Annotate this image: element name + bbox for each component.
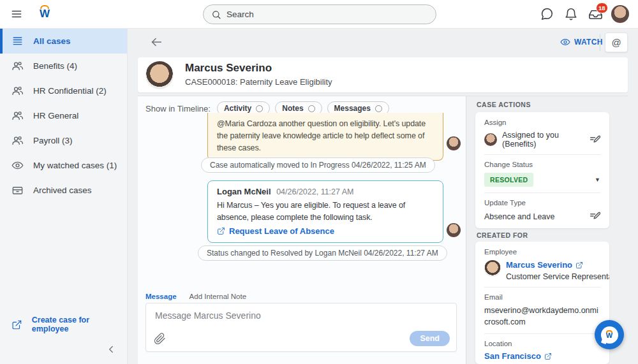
update-type-label: Update Type (484, 199, 600, 207)
profile-avatar[interactable] (611, 5, 629, 23)
message-body: Hi Marcus – Yes you are eligible. To req… (217, 200, 434, 224)
topbar: W 18 (0, 0, 638, 29)
filter-activity-label: Activity (224, 104, 251, 113)
case-id-subtitle: CASE000018: Paternity Leave Eligibility (185, 77, 332, 87)
panel-divider (466, 96, 466, 364)
list-icon (11, 35, 24, 47)
sidebar: All cases Benefits (4) HR Confidential (… (0, 29, 128, 364)
sidebar-item-label: Archived cases (33, 186, 92, 195)
employee-name: Marcus Severino (506, 260, 572, 270)
radio-icon (375, 105, 382, 112)
email-value: mseverino@workdaydemo.onmicrosoft.com (484, 305, 600, 328)
collapse-sidebar-icon[interactable] (105, 344, 117, 355)
location-label: Location (484, 340, 600, 347)
sidebar-item-label: All cases (33, 36, 71, 46)
filter-label: Show in Timeline: (145, 104, 211, 113)
tab-add-internal-note[interactable]: Add Internal Note (189, 290, 247, 302)
attachment-icon[interactable] (154, 333, 166, 345)
sidebar-item-label: HR General (33, 111, 78, 120)
group-icon (11, 110, 24, 122)
case-header-card: Marcus Severino CASE000018: Paternity Le… (138, 57, 628, 92)
message-author: Logan McNeil (217, 187, 271, 196)
assistant-bubble-icon: W (601, 326, 618, 344)
edit-icon[interactable] (590, 135, 600, 145)
case-person-name: Marcus Severino (185, 62, 272, 75)
sidebar-item-label: My watched cases (1) (33, 161, 117, 170)
workday-help-app: W 18 All cases Benefits (4) HR Conf (0, 0, 638, 364)
case-actions-title: CASE ACTIONS (477, 101, 531, 108)
timeline-event: Case automatically moved to In Progress … (201, 157, 435, 173)
search-bar[interactable] (203, 4, 436, 24)
created-for-title: CREATED FOR (477, 231, 528, 239)
divider (484, 287, 600, 288)
request-leave-link[interactable]: Request Leave of Absence (217, 226, 434, 236)
radio-icon (256, 105, 263, 112)
created-for-card: Employee Marcus Severino Customer Servic… (475, 242, 609, 364)
logo-letter: W (37, 8, 52, 19)
location-link[interactable]: San Francisco (484, 351, 600, 361)
email-label: Email (484, 293, 600, 301)
workday-logo[interactable]: W (37, 5, 52, 24)
notifications-icon[interactable] (564, 7, 579, 22)
group-icon (11, 135, 24, 147)
create-case-button[interactable]: Create case for employee (11, 316, 127, 333)
message-input[interactable] (146, 303, 456, 326)
avatar (484, 133, 497, 146)
archive-icon (11, 184, 24, 196)
sidebar-item-my-watched-cases[interactable]: My watched cases (1) (0, 153, 127, 178)
assign-value: Assigned to you (Benefits) (502, 131, 584, 149)
filter-notes-label: Notes (282, 104, 303, 113)
sidebar-item-hr-confidential[interactable]: HR Confidential (2) (0, 78, 127, 103)
watch-label: WATCH (574, 38, 603, 47)
mention-button[interactable]: @ (605, 33, 628, 52)
tab-message[interactable]: Message (145, 290, 177, 302)
external-link-icon (11, 319, 22, 330)
assign-label: Assign (484, 119, 600, 126)
timeline-column: Show in Timeline: Activity Notes Message… (138, 96, 466, 364)
search-input[interactable] (226, 10, 428, 19)
group-icon (11, 60, 24, 72)
workday-assistant-button[interactable]: W (595, 320, 624, 349)
toolbar-divider (600, 34, 600, 51)
employee-row: Marcus Severino Customer Service Represe… (484, 260, 600, 281)
location-value: San Francisco (484, 351, 541, 361)
sidebar-item-label: HR Confidential (2) (33, 86, 107, 96)
watch-button[interactable]: WATCH (560, 37, 603, 47)
divider (484, 333, 600, 334)
inbox-icon[interactable]: 18 (588, 7, 604, 22)
message-composer: Send (145, 303, 457, 352)
tab-add-internal-note-label: Add Internal Note (189, 293, 247, 300)
divider (484, 193, 600, 193)
external-link-icon (575, 261, 583, 269)
logo-letter: W (606, 332, 612, 339)
assign-row: Assigned to you (Benefits) (484, 131, 600, 149)
employee-link[interactable]: Marcus Severino (506, 260, 609, 270)
sidebar-item-archived-cases[interactable]: Archived cases (0, 178, 127, 203)
sidebar-item-all-cases[interactable]: All cases (0, 29, 127, 54)
update-type-value: Absence and Leave (484, 212, 584, 221)
back-arrow-icon[interactable] (149, 35, 163, 49)
menu-icon[interactable] (10, 8, 23, 20)
send-button[interactable]: Send (410, 331, 450, 346)
filter-messages-label: Messages (334, 104, 371, 113)
timeline-event: Status changed to Resolved by Logan McNe… (198, 245, 447, 261)
request-leave-label: Request Leave of Absence (229, 226, 334, 236)
status-dropdown[interactable]: RESOLVED ▼ (484, 173, 600, 187)
external-link-icon (544, 353, 552, 360)
search-icon (211, 10, 221, 20)
composer-footer: Send (146, 331, 456, 346)
tab-message-label: Message (145, 293, 177, 300)
inbox-badge: 18 (596, 3, 608, 13)
sidebar-item-benefits[interactable]: Benefits (4) (0, 54, 127, 78)
internal-note-message: @Maria Cardoza another question on eligi… (207, 113, 443, 161)
message-header: Logan McNeil 04/26/2022, 11:27 AM (217, 187, 434, 196)
chat-icon[interactable] (540, 7, 555, 22)
sidebar-item-label: Payroll (3) (33, 136, 73, 145)
chat-bubble-tail (600, 337, 607, 344)
radio-icon (308, 105, 315, 112)
divider (484, 154, 600, 155)
sidebar-item-hr-general[interactable]: HR General (0, 103, 127, 128)
sidebar-item-payroll[interactable]: Payroll (3) (0, 128, 127, 153)
message-timestamp: 04/26/2022, 11:27 AM (276, 187, 353, 196)
edit-icon[interactable] (590, 211, 600, 222)
